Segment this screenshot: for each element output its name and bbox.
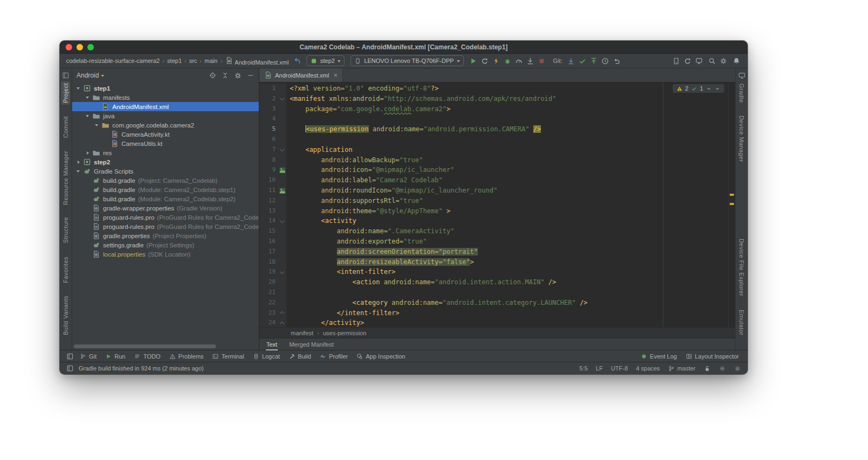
code-line[interactable]: 5 <uses-permission android:name="android… bbox=[259, 124, 735, 135]
debug-icon[interactable] bbox=[502, 55, 513, 66]
code-line[interactable]: 3 package="com.google.codelab.camera2"> bbox=[259, 104, 735, 114]
tool-git[interactable]: Git bbox=[75, 352, 101, 361]
device-select[interactable]: LENOVO Lenovo TB-Q706F-DPP bbox=[350, 55, 463, 66]
tool-button-device-manager[interactable]: Device Manager bbox=[737, 114, 746, 164]
project-view-selector[interactable]: Android bbox=[76, 72, 99, 79]
tree-chevron-icon[interactable] bbox=[84, 151, 91, 155]
tool-button-commit[interactable]: Commit bbox=[61, 114, 70, 139]
code-line[interactable]: 7 <application bbox=[259, 145, 735, 155]
tab-merged-manifest[interactable]: Merged Manifest bbox=[289, 340, 334, 349]
line-number[interactable]: 1 bbox=[259, 84, 278, 94]
line-separator[interactable]: LF bbox=[596, 365, 603, 372]
tree-item[interactable]: proguard-rules.pro(ProGuard Rules for Ca… bbox=[72, 222, 259, 231]
fold-marker-icon[interactable] bbox=[278, 267, 286, 277]
code-line[interactable]: 16 android:exported="true" bbox=[259, 237, 735, 247]
tab-text[interactable]: Text bbox=[266, 340, 278, 349]
breadcrumb-item-main[interactable]: main bbox=[203, 58, 219, 64]
tree-item[interactable]: local.properties(SDK Location) bbox=[72, 250, 259, 259]
error-stripe[interactable] bbox=[728, 82, 735, 327]
gradle-daemon-icon[interactable] bbox=[719, 365, 726, 372]
code-line[interactable]: 10 android:label="Camera2 Codelab" bbox=[259, 175, 735, 186]
tool-button-structure[interactable]: Structure bbox=[61, 215, 70, 245]
tool-app-inspection[interactable]: App Inspection bbox=[352, 352, 410, 361]
breadcrumb-manifest[interactable]: manifest bbox=[291, 330, 314, 336]
tool-button-favorites[interactable]: Favorites bbox=[61, 255, 70, 285]
line-number[interactable]: 5 bbox=[259, 124, 278, 135]
tool-run[interactable]: Run bbox=[101, 352, 130, 361]
tree-item[interactable]: java bbox=[72, 111, 259, 120]
breadcrumb-item-androidmanifest.xml[interactable]: AndroidManifest.xml bbox=[224, 56, 290, 66]
code-editor[interactable]: 1<?xml version="1.0" encoding="utf-8"?>2… bbox=[259, 82, 735, 327]
tool-build[interactable]: Build bbox=[284, 352, 315, 361]
collapse-all-icon[interactable] bbox=[221, 72, 229, 79]
code-line[interactable]: 11 android:roundIcon="@mipmap/ic_launche… bbox=[259, 186, 735, 196]
code-line[interactable]: 14 <activity bbox=[259, 216, 735, 226]
tree-item[interactable]: res bbox=[72, 148, 259, 157]
settings-icon[interactable] bbox=[718, 55, 729, 66]
line-number[interactable]: 15 bbox=[259, 226, 278, 237]
titlebar[interactable]: Camera2 Codelab – AndroidManifest.xml [C… bbox=[60, 41, 748, 54]
code-line[interactable]: 15 android:name=".CameraActivity" bbox=[259, 226, 735, 237]
code-line[interactable]: 1<?xml version="1.0" encoding="utf-8"?> bbox=[259, 84, 735, 94]
tool-button-device-file-explorer[interactable]: Device File Explorer bbox=[737, 237, 746, 298]
line-number[interactable]: 22 bbox=[259, 298, 278, 308]
device-manager-icon[interactable] bbox=[671, 55, 682, 66]
profile-icon[interactable] bbox=[513, 55, 525, 66]
notifications-icon[interactable] bbox=[731, 55, 742, 66]
line-number[interactable]: 14 bbox=[259, 216, 278, 226]
tree-chevron-icon[interactable] bbox=[74, 161, 82, 164]
code-line[interactable]: 18 android:resizeableActivity="false"> bbox=[259, 257, 735, 267]
run-icon[interactable] bbox=[468, 55, 479, 66]
panel-settings-icon[interactable] bbox=[234, 72, 242, 80]
breadcrumb-item-codelab-resizable-surface-camera2[interactable]: codelab-resizable-surface-camera2 bbox=[65, 58, 161, 64]
tree-item[interactable]: build.gradle(Project: Camera2_Codelab) bbox=[72, 176, 259, 185]
line-number[interactable]: 10 bbox=[259, 175, 278, 186]
fold-marker-icon[interactable] bbox=[278, 216, 286, 226]
line-number[interactable]: 7 bbox=[259, 145, 278, 155]
tree-chevron-icon[interactable] bbox=[74, 85, 82, 91]
tool-button-resource-manager[interactable]: Resource Manager bbox=[61, 149, 70, 207]
tool-button-gradle[interactable]: Gradle bbox=[737, 82, 746, 104]
git-branch[interactable]: master bbox=[668, 365, 695, 372]
rollback-icon[interactable] bbox=[611, 55, 622, 66]
tree-chevron-icon[interactable] bbox=[84, 113, 91, 119]
code-line[interactable]: 19 <intent-filter> bbox=[259, 267, 735, 277]
search-everywhere-icon[interactable] bbox=[706, 55, 718, 66]
tree-chevron-icon[interactable] bbox=[74, 168, 82, 174]
tree-item[interactable]: build.gradle(Module: Camera2_Codelab.ste… bbox=[72, 194, 259, 203]
tool-window-toggle-icon[interactable] bbox=[66, 365, 74, 372]
breadcrumb-item-src[interactable]: src bbox=[188, 58, 199, 64]
stop-icon[interactable] bbox=[536, 55, 547, 66]
code-line[interactable]: 22 <category android:name="android.inten… bbox=[259, 298, 735, 308]
apply-changes-icon[interactable] bbox=[479, 55, 490, 66]
code-line[interactable]: 13 android:theme="@style/AppTheme" > bbox=[259, 206, 735, 216]
prev-issue-icon[interactable] bbox=[706, 86, 712, 92]
code-line[interactable]: 12 android:supportsRtl="true" bbox=[259, 196, 735, 206]
hide-panel-icon[interactable] bbox=[247, 72, 254, 79]
tool-window-switcher-icon[interactable] bbox=[64, 351, 75, 362]
locate-file-icon[interactable] bbox=[209, 72, 216, 79]
code-line[interactable]: 20 <action android:name="android.intent.… bbox=[259, 277, 735, 288]
tool-event-log[interactable]: Event Log bbox=[636, 352, 681, 361]
fold-marker-icon[interactable] bbox=[278, 94, 286, 104]
horizontal-scrollbar[interactable] bbox=[74, 344, 216, 348]
tool-logcat[interactable]: Logcat bbox=[248, 352, 284, 361]
code-line[interactable]: 6 bbox=[259, 135, 735, 145]
tool-todo[interactable]: TODO bbox=[130, 352, 165, 361]
line-number[interactable]: 2 bbox=[259, 94, 278, 104]
breadcrumb-uses-permission[interactable]: uses-permission bbox=[323, 330, 366, 336]
tree-item[interactable]: manifests bbox=[72, 93, 259, 102]
tree-item[interactable]: Gradle Scripts bbox=[72, 167, 259, 176]
warning-stripe-mark[interactable] bbox=[730, 194, 734, 196]
fold-marker-icon[interactable] bbox=[278, 308, 286, 318]
line-number[interactable]: 12 bbox=[259, 196, 278, 206]
tool-profiler[interactable]: Profiler bbox=[315, 352, 352, 361]
line-number[interactable]: 18 bbox=[259, 257, 278, 267]
next-issue-icon[interactable] bbox=[714, 86, 720, 92]
warning-stripe-mark[interactable] bbox=[730, 203, 734, 205]
code-line[interactable]: 9 android:icon="@mipmap/ic_launcher" bbox=[259, 165, 735, 175]
project-stripe-icon[interactable] bbox=[62, 72, 69, 79]
tool-button-emulator[interactable]: Emulator bbox=[737, 308, 746, 337]
tree-item[interactable]: CameraUtils.kt bbox=[72, 139, 259, 148]
line-number[interactable]: 24 bbox=[259, 318, 278, 327]
